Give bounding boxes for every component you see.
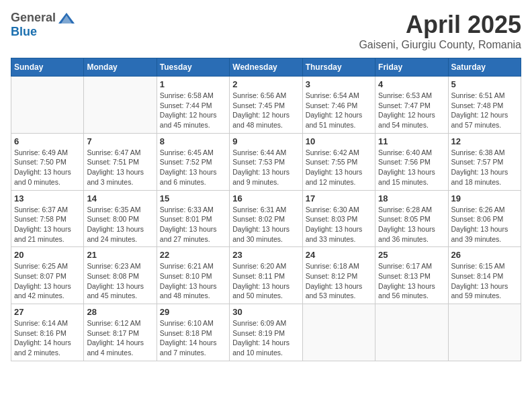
day-number: 9 [232,136,299,146]
day-number: 7 [87,136,153,146]
calendar-week-row: 27Sunrise: 6:14 AM Sunset: 8:16 PM Dayli… [11,304,521,361]
calendar-day-cell: 18Sunrise: 6:28 AM Sunset: 8:05 PM Dayli… [375,190,448,247]
day-number: 6 [14,136,81,146]
day-info: Sunrise: 6:25 AM Sunset: 8:07 PM Dayligh… [14,261,81,301]
day-info: Sunrise: 6:58 AM Sunset: 7:44 PM Dayligh… [160,91,226,130]
day-info: Sunrise: 6:20 AM Sunset: 8:11 PM Dayligh… [232,261,299,301]
day-info: Sunrise: 6:33 AM Sunset: 8:01 PM Dayligh… [160,205,226,244]
day-number: 25 [378,250,445,260]
day-info: Sunrise: 6:56 AM Sunset: 7:45 PM Dayligh… [232,91,299,130]
calendar-header-row: SundayMondayTuesdayWednesdayThursdayFrid… [11,58,521,77]
calendar-day-cell: 3Sunrise: 6:54 AM Sunset: 7:46 PM Daylig… [302,77,375,134]
day-info: Sunrise: 6:23 AM Sunset: 8:08 PM Dayligh… [87,261,153,301]
day-number: 5 [451,79,518,89]
day-number: 19 [451,193,518,203]
location-title: Gaiseni, Giurgiu County, Romania [359,39,521,51]
calendar-day-cell: 14Sunrise: 6:35 AM Sunset: 8:00 PM Dayli… [84,190,157,247]
logo-icon [57,11,76,25]
day-info: Sunrise: 6:53 AM Sunset: 7:47 PM Dayligh… [378,91,445,130]
day-info: Sunrise: 6:40 AM Sunset: 7:56 PM Dayligh… [378,148,445,187]
calendar-week-row: 6Sunrise: 6:49 AM Sunset: 7:50 PM Daylig… [11,133,521,190]
day-of-week-header: Thursday [302,58,375,77]
day-number: 21 [87,250,153,260]
day-info: Sunrise: 6:47 AM Sunset: 7:51 PM Dayligh… [87,148,153,187]
day-number: 4 [378,79,445,89]
day-info: Sunrise: 6:28 AM Sunset: 8:05 PM Dayligh… [378,205,445,244]
day-number: 1 [160,79,226,89]
day-number: 15 [160,193,226,203]
calendar-day-cell: 29Sunrise: 6:10 AM Sunset: 8:18 PM Dayli… [157,304,229,361]
calendar-day-cell: 16Sunrise: 6:31 AM Sunset: 8:02 PM Dayli… [230,190,302,247]
calendar-day-cell: 2Sunrise: 6:56 AM Sunset: 7:45 PM Daylig… [230,77,302,134]
day-number: 22 [160,250,226,260]
day-number: 28 [87,307,153,317]
day-info: Sunrise: 6:31 AM Sunset: 8:02 PM Dayligh… [232,205,299,244]
calendar-day-cell [302,304,375,361]
calendar-day-cell: 30Sunrise: 6:09 AM Sunset: 8:19 PM Dayli… [230,304,302,361]
calendar-day-cell: 28Sunrise: 6:12 AM Sunset: 8:17 PM Dayli… [84,304,157,361]
calendar-day-cell: 21Sunrise: 6:23 AM Sunset: 8:08 PM Dayli… [84,247,157,304]
calendar-week-row: 13Sunrise: 6:37 AM Sunset: 7:58 PM Dayli… [11,190,521,247]
day-number: 23 [232,250,299,260]
day-info: Sunrise: 6:37 AM Sunset: 7:58 PM Dayligh… [14,205,81,244]
day-number: 30 [232,307,299,317]
day-info: Sunrise: 6:49 AM Sunset: 7:50 PM Dayligh… [14,148,81,187]
day-number: 27 [14,307,81,317]
day-number: 13 [14,193,81,203]
calendar-day-cell: 5Sunrise: 6:51 AM Sunset: 7:48 PM Daylig… [448,77,521,134]
day-info: Sunrise: 6:14 AM Sunset: 8:16 PM Dayligh… [14,318,81,358]
calendar-day-cell: 8Sunrise: 6:45 AM Sunset: 7:52 PM Daylig… [157,133,229,190]
calendar-day-cell: 7Sunrise: 6:47 AM Sunset: 7:51 PM Daylig… [84,133,157,190]
calendar-day-cell: 10Sunrise: 6:42 AM Sunset: 7:55 PM Dayli… [302,133,375,190]
day-number: 29 [160,307,226,317]
calendar-day-cell: 9Sunrise: 6:44 AM Sunset: 7:53 PM Daylig… [230,133,302,190]
day-of-week-header: Sunday [11,58,84,77]
day-info: Sunrise: 6:44 AM Sunset: 7:53 PM Dayligh… [232,148,299,187]
day-number: 10 [306,136,372,146]
day-number: 8 [160,136,226,146]
day-info: Sunrise: 6:51 AM Sunset: 7:48 PM Dayligh… [451,91,518,130]
calendar-day-cell [375,304,448,361]
calendar-day-cell: 22Sunrise: 6:21 AM Sunset: 8:10 PM Dayli… [157,247,229,304]
calendar-day-cell: 27Sunrise: 6:14 AM Sunset: 8:16 PM Dayli… [11,304,84,361]
day-number: 12 [451,136,518,146]
day-of-week-header: Saturday [448,58,521,77]
calendar-week-row: 20Sunrise: 6:25 AM Sunset: 8:07 PM Dayli… [11,247,521,304]
day-info: Sunrise: 6:17 AM Sunset: 8:13 PM Dayligh… [378,261,445,301]
day-of-week-header: Monday [84,58,157,77]
day-info: Sunrise: 6:35 AM Sunset: 8:00 PM Dayligh… [87,205,153,244]
calendar-day-cell: 1Sunrise: 6:58 AM Sunset: 7:44 PM Daylig… [157,77,229,134]
day-info: Sunrise: 6:15 AM Sunset: 8:14 PM Dayligh… [451,261,518,301]
day-info: Sunrise: 6:09 AM Sunset: 8:19 PM Dayligh… [232,318,299,358]
day-number: 17 [306,193,372,203]
calendar-day-cell: 25Sunrise: 6:17 AM Sunset: 8:13 PM Dayli… [375,247,448,304]
header: General Blue April 2025 Gaiseni, Giurgiu… [11,11,521,51]
logo-general-text: General [11,11,56,25]
day-info: Sunrise: 6:26 AM Sunset: 8:06 PM Dayligh… [451,205,518,244]
day-info: Sunrise: 6:38 AM Sunset: 7:57 PM Dayligh… [451,148,518,187]
day-number: 24 [306,250,372,260]
calendar-day-cell [84,77,157,134]
calendar-day-cell: 4Sunrise: 6:53 AM Sunset: 7:47 PM Daylig… [375,77,448,134]
day-number: 2 [232,79,299,89]
day-info: Sunrise: 6:21 AM Sunset: 8:10 PM Dayligh… [160,261,226,301]
day-info: Sunrise: 6:18 AM Sunset: 8:12 PM Dayligh… [306,261,372,301]
title-area: April 2025 Gaiseni, Giurgiu County, Roma… [359,11,521,51]
calendar-day-cell: 20Sunrise: 6:25 AM Sunset: 8:07 PM Dayli… [11,247,84,304]
calendar-day-cell: 24Sunrise: 6:18 AM Sunset: 8:12 PM Dayli… [302,247,375,304]
day-number: 18 [378,193,445,203]
day-number: 16 [232,193,299,203]
day-info: Sunrise: 6:30 AM Sunset: 8:03 PM Dayligh… [306,205,372,244]
day-number: 14 [87,193,153,203]
day-number: 3 [306,79,372,89]
calendar-day-cell: 12Sunrise: 6:38 AM Sunset: 7:57 PM Dayli… [448,133,521,190]
calendar-day-cell: 17Sunrise: 6:30 AM Sunset: 8:03 PM Dayli… [302,190,375,247]
calendar-day-cell: 19Sunrise: 6:26 AM Sunset: 8:06 PM Dayli… [448,190,521,247]
day-number: 26 [451,250,518,260]
calendar-day-cell: 23Sunrise: 6:20 AM Sunset: 8:11 PM Dayli… [230,247,302,304]
day-info: Sunrise: 6:10 AM Sunset: 8:18 PM Dayligh… [160,318,226,358]
calendar-day-cell: 6Sunrise: 6:49 AM Sunset: 7:50 PM Daylig… [11,133,84,190]
calendar-week-row: 1Sunrise: 6:58 AM Sunset: 7:44 PM Daylig… [11,77,521,134]
day-number: 11 [378,136,445,146]
calendar-day-cell [448,304,521,361]
